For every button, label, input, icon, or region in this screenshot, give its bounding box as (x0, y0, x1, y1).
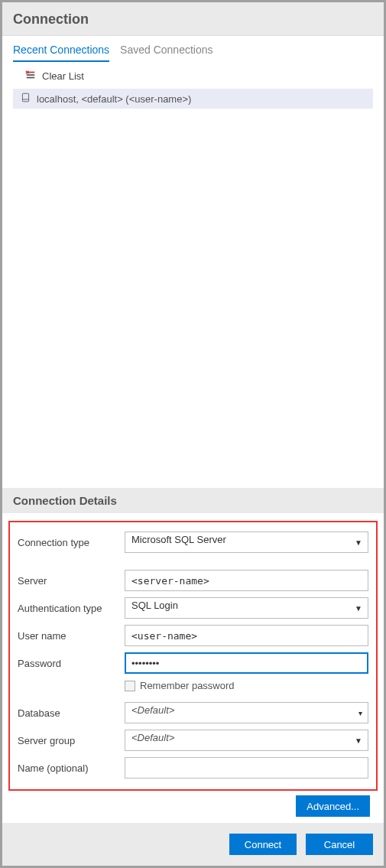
recent-connection-label: localhost, <default> (<user-name>) (37, 93, 191, 105)
label-password: Password (18, 658, 125, 669)
server-input[interactable] (125, 570, 368, 591)
label-server-group: Server group (18, 735, 125, 746)
clear-list-icon (25, 70, 36, 83)
name-optional-input[interactable] (125, 757, 368, 779)
dialog-title: Connection (2, 2, 384, 36)
user-name-input[interactable] (125, 625, 368, 646)
clear-list-button[interactable]: Clear List (2, 62, 384, 87)
remember-password-label: Remember password (140, 680, 235, 691)
details-panel: Connection type Microsoft SQL Server ▼ S… (2, 513, 384, 823)
connection-tabs: Recent Connections Saved Connections (2, 36, 384, 62)
details-highlight-box: Connection type Microsoft SQL Server ▼ S… (8, 521, 378, 791)
tab-recent-connections[interactable]: Recent Connections (13, 44, 109, 62)
connection-type-select[interactable]: Microsoft SQL Server (125, 532, 368, 553)
recent-connections-list: localhost, <default> (<user-name>) (2, 87, 384, 110)
label-server: Server (18, 575, 125, 587)
clear-list-label: Clear List (42, 70, 84, 82)
label-auth-type: Authentication type (18, 603, 125, 614)
recent-connection-item[interactable]: localhost, <default> (<user-name>) (13, 89, 373, 109)
advanced-button[interactable]: Advanced... (296, 795, 370, 817)
label-connection-type: Connection type (18, 537, 125, 548)
auth-type-select[interactable]: SQL Login (125, 597, 368, 619)
server-icon (21, 93, 31, 105)
label-user-name: User name (18, 630, 125, 642)
tab-saved-connections[interactable]: Saved Connections (120, 44, 212, 62)
upper-panel: Recent Connections Saved Connections Cle… (2, 36, 384, 488)
connect-button[interactable]: Connect (229, 834, 297, 855)
remember-password-checkbox[interactable] (125, 681, 135, 691)
server-group-select[interactable]: <Default> (125, 730, 368, 751)
svg-rect-5 (22, 93, 28, 102)
cancel-button[interactable]: Cancel (306, 834, 373, 855)
password-input[interactable] (125, 652, 368, 674)
dialog-footer: Connect Cancel (2, 823, 384, 866)
label-database: Database (18, 707, 125, 719)
label-name-optional: Name (optional) (18, 762, 125, 774)
details-header: Connection Details (2, 488, 384, 513)
database-combo[interactable]: <Default> (125, 702, 368, 723)
